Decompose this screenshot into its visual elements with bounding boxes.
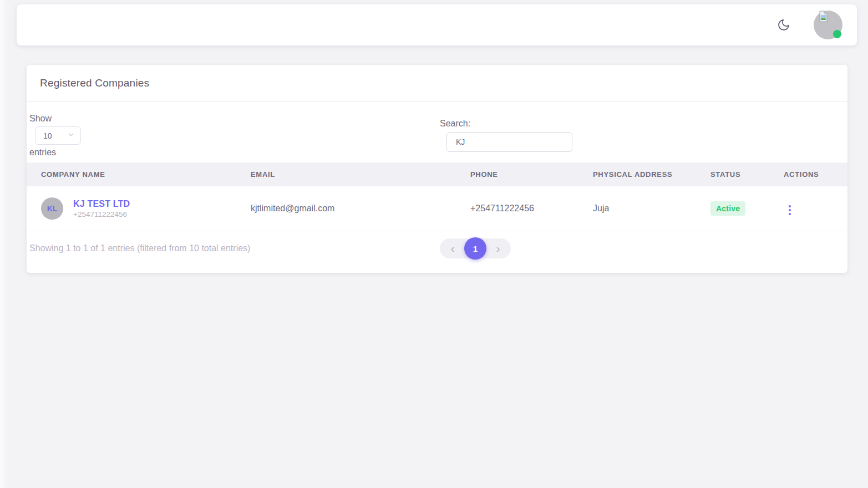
- pagination-prev-icon[interactable]: ‹: [449, 238, 456, 258]
- status-badge: Active: [710, 201, 745, 216]
- online-status-dot: [833, 30, 841, 38]
- companies-table: COMPANY NAME EMAIL PHONE PHYSICAL ADDRES…: [27, 162, 847, 231]
- top-navbar: [17, 4, 857, 45]
- column-header-actions[interactable]: ACTIONS: [773, 162, 847, 186]
- company-name-link[interactable]: KJ TEST LTD: [73, 199, 130, 209]
- cell-status: Active: [699, 186, 773, 231]
- cell-physical-address: Juja: [582, 186, 699, 231]
- column-header-company-name[interactable]: COMPANY NAME: [27, 162, 240, 186]
- chevron-down-icon: [67, 131, 75, 140]
- pagination: ‹ 1 ›: [440, 238, 511, 258]
- more-vertical-icon[interactable]: [785, 203, 794, 217]
- page-title: Registered Companies: [40, 77, 834, 89]
- entries-per-page-value: 10: [43, 131, 52, 140]
- company-avatar: KL: [41, 197, 63, 220]
- company-phone-subtext: +254711222456: [73, 210, 130, 218]
- show-label: Show: [29, 113, 437, 124]
- pagination-next-icon[interactable]: ›: [495, 238, 501, 258]
- broken-image-icon: [819, 11, 828, 24]
- column-header-physical-address[interactable]: PHYSICAL ADDRESS: [582, 162, 699, 186]
- column-header-email[interactable]: EMAIL: [240, 162, 459, 186]
- search-control: Search:: [437, 118, 847, 158]
- table-footer: Showing 1 to 1 of 1 entries (filtered fr…: [27, 231, 847, 273]
- search-label: Search:: [440, 118, 847, 129]
- cell-email: kjtlimited@gmail.com: [240, 186, 459, 231]
- registered-companies-card: Registered Companies Show 10 entries Sea…: [27, 65, 847, 273]
- entries-label: entries: [29, 147, 437, 158]
- column-header-phone[interactable]: PHONE: [459, 162, 582, 186]
- entries-info-text: Showing 1 to 1 of 1 entries (filtered fr…: [29, 243, 250, 253]
- column-header-status[interactable]: STATUS: [699, 162, 773, 186]
- moon-icon[interactable]: [777, 18, 790, 32]
- search-input[interactable]: [446, 132, 572, 152]
- user-avatar[interactable]: [814, 11, 842, 39]
- length-control: Show 10 entries: [27, 113, 437, 158]
- cell-phone: +254711222456: [459, 186, 582, 231]
- table-controls: Show 10 entries Search:: [27, 102, 847, 158]
- table-row: KL KJ TEST LTD +254711222456 kjtlimited@…: [27, 186, 847, 231]
- table-header-row: COMPANY NAME EMAIL PHONE PHYSICAL ADDRES…: [27, 162, 847, 186]
- card-header: Registered Companies: [27, 65, 847, 102]
- cell-company-name: KL KJ TEST LTD +254711222456: [27, 186, 240, 231]
- entries-per-page-select[interactable]: 10: [35, 126, 81, 145]
- pagination-page-1[interactable]: 1: [464, 237, 486, 260]
- cell-actions: [773, 186, 847, 231]
